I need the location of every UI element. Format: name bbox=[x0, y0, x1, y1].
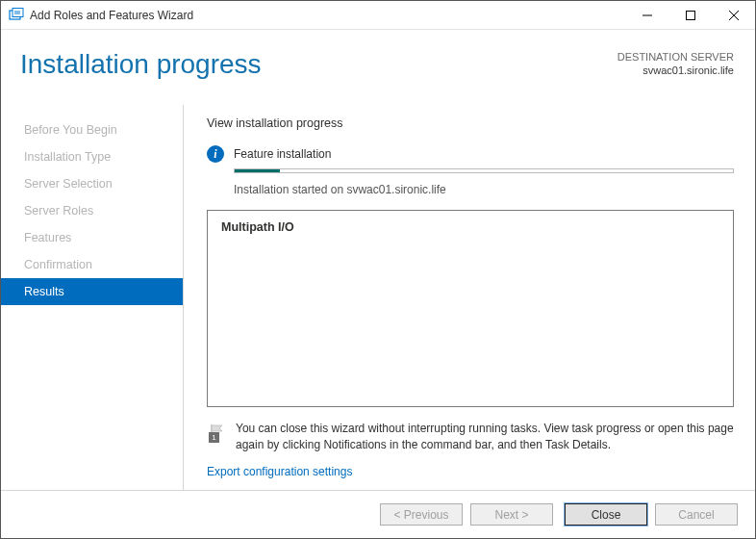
progress-fill bbox=[235, 169, 280, 172]
sidebar-item-server-selection: Server Selection bbox=[1, 170, 183, 197]
maximize-button[interactable] bbox=[668, 1, 712, 29]
destination-server: svwac01.sironic.life bbox=[643, 64, 734, 76]
status-row: i Feature installation bbox=[207, 145, 734, 163]
svg-rect-1 bbox=[13, 8, 23, 16]
note-text: You can close this wizard without interr… bbox=[236, 421, 734, 453]
flag-icon: 1 bbox=[207, 423, 226, 442]
status-title: Feature installation bbox=[234, 147, 331, 161]
wizard-body: Before You BeginInstallation TypeServer … bbox=[1, 105, 755, 490]
wizard-header: Installation progress DESTINATION SERVER… bbox=[1, 30, 755, 105]
cancel-button: Cancel bbox=[655, 503, 738, 526]
note-row: 1 You can close this wizard without inte… bbox=[207, 421, 734, 453]
minimize-button[interactable] bbox=[625, 1, 668, 29]
content-heading: View installation progress bbox=[207, 116, 734, 130]
sidebar-item-installation-type: Installation Type bbox=[1, 143, 183, 170]
wizard-content: View installation progress i Feature ins… bbox=[184, 105, 755, 490]
destination-label: DESTINATION SERVER bbox=[617, 51, 734, 63]
status-subtitle: Installation started on svwac01.sironic.… bbox=[234, 183, 734, 196]
wizard-sidebar: Before You BeginInstallation TypeServer … bbox=[1, 105, 184, 490]
sidebar-item-before-you-begin: Before You Begin bbox=[1, 116, 183, 143]
window-title: Add Roles and Features Wizard bbox=[30, 9, 625, 22]
page-title: Installation progress bbox=[20, 49, 262, 80]
wizard-footer: < Previous Next > Close Cancel bbox=[1, 490, 755, 538]
app-icon bbox=[9, 8, 24, 23]
flag-badge: 1 bbox=[209, 432, 219, 443]
details-box: Multipath I/O bbox=[207, 210, 734, 407]
close-window-button[interactable] bbox=[712, 1, 755, 29]
sidebar-item-results[interactable]: Results bbox=[1, 278, 183, 305]
wizard-window: Add Roles and Features Wizard Installati… bbox=[0, 0, 756, 539]
info-icon: i bbox=[207, 145, 224, 163]
sidebar-item-confirmation: Confirmation bbox=[1, 251, 183, 278]
previous-button: < Previous bbox=[380, 503, 463, 526]
next-button: Next > bbox=[470, 503, 553, 526]
progress-bar bbox=[234, 168, 734, 173]
window-controls bbox=[625, 1, 755, 29]
sidebar-item-features: Features bbox=[1, 224, 183, 251]
export-config-link[interactable]: Export configuration settings bbox=[207, 465, 734, 478]
title-bar: Add Roles and Features Wizard bbox=[1, 1, 755, 30]
sidebar-item-server-roles: Server Roles bbox=[1, 197, 183, 224]
close-button[interactable]: Close bbox=[565, 503, 647, 526]
details-item: Multipath I/O bbox=[221, 220, 294, 234]
svg-rect-2 bbox=[686, 11, 694, 19]
